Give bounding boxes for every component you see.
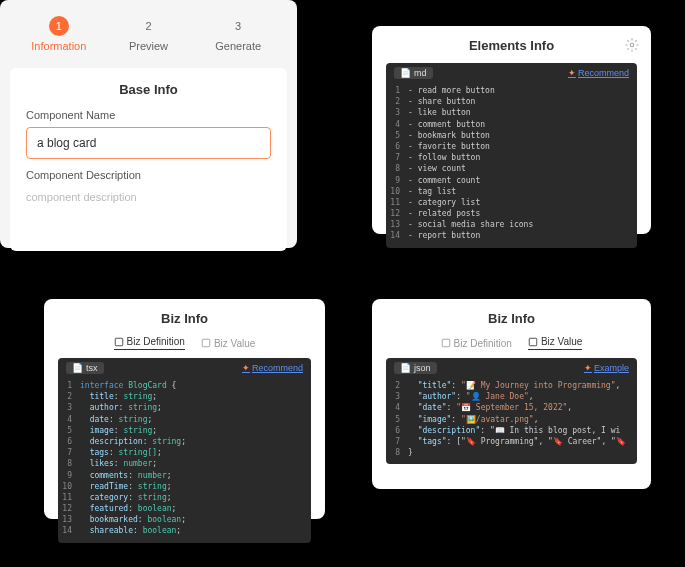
biz2-code-lines: 2 "title": "📝 My Journey into Programmin… [386,378,637,464]
tab-biz-value[interactable]: Biz Value [528,336,583,350]
steps: 1Information2Preview3Generate [0,12,297,68]
component-desc-input[interactable]: component description [26,187,271,233]
elements-code-block: 📄 md ✦Recommend 1- read more button2- sh… [386,63,637,248]
component-name-input[interactable] [26,127,271,159]
svg-rect-4 [529,338,537,346]
step-information[interactable]: 1Information [14,16,104,52]
step-preview[interactable]: 2Preview [104,16,194,52]
svg-rect-2 [202,339,210,347]
svg-rect-1 [115,338,123,346]
elements-info-panel: Elements Info 📄 md ✦Recommend 1- read mo… [372,26,651,234]
biz2-code-block: 📄 json ✦Example 2 "title": "📝 My Journey… [386,358,637,464]
settings-icon[interactable] [625,38,639,52]
biz-title-1: Biz Info [58,311,311,326]
biz-info-panel-2: Biz Info Biz DefinitionBiz Value 📄 json … [372,299,651,489]
wizard-panel: 1Information2Preview3Generate Base Info … [0,0,297,248]
file-type-badge: 📄 json [394,362,437,374]
biz-title-2: Biz Info [386,311,637,326]
tab-biz-definition[interactable]: Biz Definition [114,336,185,350]
biz1-tabs: Biz DefinitionBiz Value [58,336,311,350]
biz-info-panel-1: Biz Info Biz DefinitionBiz Value 📄 tsx ✦… [44,299,325,519]
svg-point-0 [630,43,634,47]
svg-rect-3 [442,339,450,347]
tab-biz-definition[interactable]: Biz Definition [441,336,512,350]
step-generate[interactable]: 3Generate [193,16,283,52]
base-info-card: Base Info Component Name Component Descr… [10,68,287,251]
recommend-link[interactable]: ✦Recommend [242,363,303,373]
component-desc-label: Component Description [26,169,271,181]
biz1-code-block: 📄 tsx ✦Recommend 1interface BlogCard {2 … [58,358,311,543]
example-link[interactable]: ✦Example [584,363,629,373]
biz2-tabs: Biz DefinitionBiz Value [386,336,637,350]
recommend-link[interactable]: ✦Recommend [568,68,629,78]
base-info-title: Base Info [26,82,271,97]
component-name-label: Component Name [26,109,271,121]
elements-title: Elements Info [386,38,637,53]
tab-biz-value[interactable]: Biz Value [201,336,256,350]
biz1-code-lines: 1interface BlogCard {2 title: string;3 a… [58,378,311,543]
elements-code-lines: 1- read more button2- share button3- lik… [386,83,637,248]
file-type-badge: 📄 tsx [66,362,104,374]
file-type-badge: 📄 md [394,67,433,79]
